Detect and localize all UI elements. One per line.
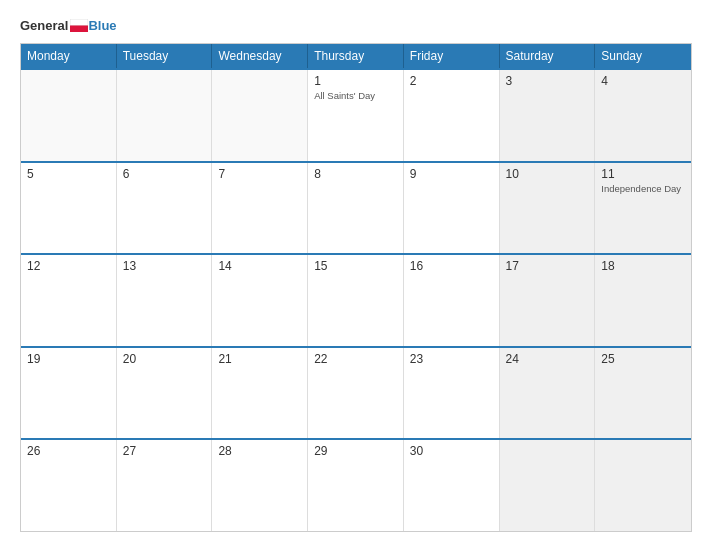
day-number: 4 [601,74,685,88]
cal-cell: 21 [212,348,308,439]
cal-cell: 15 [308,255,404,346]
cal-cell: 4 [595,70,691,161]
col-header-tuesday: Tuesday [117,44,213,68]
cal-cell: 1All Saints' Day [308,70,404,161]
cal-cell: 29 [308,440,404,531]
day-number: 13 [123,259,206,273]
cal-cell: 9 [404,163,500,254]
cal-cell: 7 [212,163,308,254]
cal-cell: 26 [21,440,117,531]
logo-blue-text: Blue [88,18,116,33]
day-number: 3 [506,74,589,88]
col-header-thursday: Thursday [308,44,404,68]
holiday-name: All Saints' Day [314,90,397,101]
day-number: 1 [314,74,397,88]
week-row-5: 2627282930 [21,438,691,531]
day-number: 14 [218,259,301,273]
col-header-saturday: Saturday [500,44,596,68]
day-number: 2 [410,74,493,88]
calendar-header-row: MondayTuesdayWednesdayThursdayFridaySatu… [21,44,691,68]
holiday-name: Independence Day [601,183,685,194]
cal-cell [21,70,117,161]
cal-cell: 10 [500,163,596,254]
cal-cell: 14 [212,255,308,346]
cal-cell: 23 [404,348,500,439]
cal-cell: 3 [500,70,596,161]
day-number: 11 [601,167,685,181]
day-number: 18 [601,259,685,273]
day-number: 5 [27,167,110,181]
day-number: 27 [123,444,206,458]
cal-cell [595,440,691,531]
day-number: 29 [314,444,397,458]
day-number: 10 [506,167,589,181]
day-number: 16 [410,259,493,273]
cal-cell: 28 [212,440,308,531]
day-number: 24 [506,352,589,366]
day-number: 26 [27,444,110,458]
logo-general-text: General [20,18,68,33]
day-number: 12 [27,259,110,273]
logo: GeneralBlue [20,18,117,33]
week-row-2: 567891011Independence Day [21,161,691,254]
cal-cell: 5 [21,163,117,254]
week-row-1: 1All Saints' Day234 [21,68,691,161]
cal-cell: 8 [308,163,404,254]
day-number: 15 [314,259,397,273]
cal-cell: 6 [117,163,213,254]
day-number: 19 [27,352,110,366]
day-number: 6 [123,167,206,181]
day-number: 17 [506,259,589,273]
cal-cell: 16 [404,255,500,346]
col-header-wednesday: Wednesday [212,44,308,68]
day-number: 8 [314,167,397,181]
logo-flag-icon [70,19,88,32]
day-number: 30 [410,444,493,458]
cal-cell [117,70,213,161]
day-number: 28 [218,444,301,458]
svg-rect-1 [70,26,88,33]
cal-cell: 12 [21,255,117,346]
day-number: 23 [410,352,493,366]
cal-cell: 13 [117,255,213,346]
cal-cell: 18 [595,255,691,346]
col-header-friday: Friday [404,44,500,68]
col-header-sunday: Sunday [595,44,691,68]
cal-cell: 22 [308,348,404,439]
cal-cell: 17 [500,255,596,346]
cal-cell: 30 [404,440,500,531]
col-header-monday: Monday [21,44,117,68]
cal-cell: 19 [21,348,117,439]
cal-cell: 2 [404,70,500,161]
calendar: MondayTuesdayWednesdayThursdayFridaySatu… [20,43,692,532]
cal-cell: 24 [500,348,596,439]
day-number: 7 [218,167,301,181]
day-number: 9 [410,167,493,181]
calendar-body: 1All Saints' Day234567891011Independence… [21,68,691,531]
cal-cell [212,70,308,161]
cal-cell: 25 [595,348,691,439]
svg-rect-0 [70,19,88,26]
cal-cell [500,440,596,531]
cal-cell: 11Independence Day [595,163,691,254]
cal-cell: 27 [117,440,213,531]
page: GeneralBlue MondayTuesdayWednesdayThursd… [0,0,712,550]
day-number: 22 [314,352,397,366]
week-row-3: 12131415161718 [21,253,691,346]
week-row-4: 19202122232425 [21,346,691,439]
day-number: 25 [601,352,685,366]
day-number: 20 [123,352,206,366]
day-number: 21 [218,352,301,366]
cal-cell: 20 [117,348,213,439]
header: GeneralBlue [20,18,692,33]
